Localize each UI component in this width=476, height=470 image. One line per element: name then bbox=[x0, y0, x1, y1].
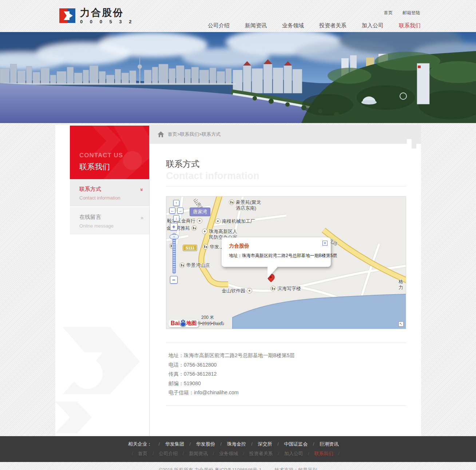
footer-nav: / 首页 / 公司介绍 / 新闻资讯 / 业务领域 / 投资者关系 / 加入公司… bbox=[55, 450, 421, 457]
map-zoom-out-button[interactable]: − bbox=[170, 276, 178, 284]
top-links: 首页 邮箱登陆 bbox=[375, 10, 420, 16]
map-pan-left-button[interactable]: ← bbox=[169, 208, 175, 214]
sidebar-menu: 联系方式 Contact information » 在线留言 Online m… bbox=[70, 179, 149, 235]
footer-nav-business[interactable]: 业务领域 bbox=[219, 451, 238, 456]
top-link-mail-login[interactable]: 邮箱登陆 bbox=[402, 10, 420, 15]
stock-code: 0 0 0 5 3 2 bbox=[80, 19, 134, 24]
map-poi-label: 格力 bbox=[398, 279, 406, 291]
related-link-szse[interactable]: 深交所 bbox=[258, 441, 272, 447]
separator: / bbox=[159, 441, 160, 447]
footer-related-links: 相关企业： / 华发集团 / 华发股份 / 珠海金控 / 深交所 / 中国证监会… bbox=[55, 441, 421, 447]
close-icon[interactable]: ✕ bbox=[322, 241, 328, 246]
separator: / bbox=[308, 451, 309, 456]
building-icon bbox=[203, 244, 208, 249]
related-companies-label: 相关企业： bbox=[128, 441, 152, 447]
separator: / bbox=[220, 441, 222, 447]
footer-nav-investor-relations[interactable]: 投资者关系 bbox=[249, 451, 273, 456]
nav-news[interactable]: 新闻资讯 bbox=[237, 21, 274, 31]
tech-support-text: 技术支持：牧星策划 bbox=[275, 467, 317, 470]
separator: / bbox=[152, 451, 154, 456]
company-name: 力合股份 bbox=[80, 7, 134, 18]
map-pan-right-button[interactable]: → bbox=[177, 208, 183, 214]
nav-join-us[interactable]: 加入公司 bbox=[354, 21, 391, 31]
related-link-huafa-group[interactable]: 华发集团 bbox=[165, 441, 184, 447]
poi-dot-icon bbox=[197, 218, 202, 224]
page-title: 联系方式 bbox=[166, 158, 406, 170]
company-logo[interactable]: 力合股份 0 0 0 5 3 2 bbox=[59, 7, 134, 24]
map-scale-label: 200 米 bbox=[198, 315, 222, 321]
section-title-en: CONTACT US bbox=[79, 152, 146, 159]
footer-nav-home[interactable]: 首页 bbox=[138, 451, 147, 456]
sidebar-item-sublabel: Contact information bbox=[79, 195, 143, 201]
separator: / bbox=[313, 441, 314, 447]
hero-banner-image bbox=[0, 32, 476, 123]
poi-dot-icon bbox=[215, 218, 221, 224]
divider bbox=[166, 186, 406, 186]
nav-investor-relations[interactable]: 投资者关系 bbox=[312, 21, 354, 31]
breadcrumb[interactable]: 首页>联系我们>联系方式 bbox=[168, 131, 221, 138]
footer-nav-news[interactable]: 新闻资讯 bbox=[189, 451, 208, 456]
map-zoom-in-button[interactable]: + bbox=[170, 223, 178, 230]
map-poi-label: 南模机械加工厂 bbox=[215, 218, 255, 224]
footer-nav-contact-us[interactable]: 联系我们 bbox=[314, 451, 333, 456]
separator: / bbox=[243, 451, 245, 456]
map-corner-arrow-icon[interactable]: ↖ bbox=[398, 321, 404, 327]
sidebar-item-label: 在线留言 bbox=[79, 214, 143, 221]
footer-nav-company-intro[interactable]: 公司介绍 bbox=[159, 451, 178, 456]
footer: 相关企业： / 华发集团 / 华发股份 / 珠海金控 / 深交所 / 中国证监会… bbox=[0, 436, 476, 462]
related-link-zhuhai-finance[interactable]: 珠海金控 bbox=[227, 441, 246, 447]
section-title-cn: 联系我们 bbox=[79, 162, 146, 172]
map-poi-label: 金山软件园 bbox=[222, 288, 252, 294]
checker-decoration bbox=[412, 144, 416, 149]
page-subtitle-watermark: Contact information bbox=[166, 170, 406, 182]
baidu-map[interactable]: ↑ ← → ↓ + − − 山房路 豪景苑(聚龙 酒店东南) 唐家湾 毅丰五金商… bbox=[166, 196, 406, 329]
chevron-right-icon: » bbox=[140, 215, 143, 221]
separator: / bbox=[183, 451, 184, 456]
baidu-logo-suffix: 地图 bbox=[186, 320, 197, 327]
chevron-down-icon: » bbox=[139, 188, 145, 191]
checker-decoration bbox=[407, 139, 412, 144]
site-header: 力合股份 0 0 0 5 3 2 首页 邮箱登陆 公司介绍 新闻资讯 业务领域 … bbox=[0, 0, 476, 32]
top-link-home[interactable]: 首页 bbox=[384, 10, 393, 15]
poi-dot-icon bbox=[202, 229, 207, 234]
separator: / bbox=[213, 451, 214, 456]
map-town-badge: 唐家湾 bbox=[190, 208, 210, 216]
related-link-cninfo[interactable]: 巨潮资讯 bbox=[320, 441, 338, 447]
map-info-popup: 力合股份 地址：珠海市高新区前湾二路2号总部基地一期B楼第5层 ✕ bbox=[222, 237, 331, 267]
sidebar-item-contact-information[interactable]: 联系方式 Contact information » bbox=[70, 179, 149, 207]
main-content: 首页>联系我们>联系方式 联系方式 Contact information bbox=[149, 125, 421, 436]
map-pan-up-button[interactable]: ↑ bbox=[173, 200, 179, 206]
separator: / bbox=[251, 441, 253, 447]
map-zoom-slider-handle[interactable]: − bbox=[170, 234, 179, 239]
baidu-logo-text: Bai bbox=[171, 320, 180, 327]
nav-contact-us[interactable]: 联系我们 bbox=[391, 21, 428, 31]
building-icon bbox=[191, 225, 197, 231]
map-poi-label: 豪景苑(聚龙 酒店东南) bbox=[229, 200, 261, 211]
map-attribution: © 2015 Baidu bbox=[198, 321, 224, 326]
copyright-text: ©2015 版权所有 力合股份 粤ICP备11086846号-1 bbox=[159, 467, 261, 470]
home-icon[interactable] bbox=[158, 131, 164, 137]
map-pan-down-button[interactable]: ↓ bbox=[173, 215, 179, 221]
main-container: CONTACT US 联系我们 联系方式 Contact information… bbox=[55, 125, 421, 436]
contact-zipcode: 邮编：519080 bbox=[168, 379, 406, 388]
building-icon bbox=[270, 286, 276, 291]
sidebar-item-online-message[interactable]: 在线留言 Online message » bbox=[70, 207, 149, 235]
sidebar-section-header: CONTACT US 联系我们 bbox=[70, 126, 149, 179]
sidebar-logo-watermark bbox=[55, 316, 149, 436]
copyright-bar: ©2015 版权所有 力合股份 粤ICP备11086846号-1 技术支持：牧星… bbox=[0, 462, 476, 470]
baidu-logo[interactable]: Bai 地图 bbox=[168, 320, 199, 327]
separator: / bbox=[190, 441, 191, 447]
separator: / bbox=[277, 441, 279, 447]
related-link-csrc[interactable]: 中国证监会 bbox=[284, 441, 308, 447]
separator: / bbox=[132, 451, 133, 456]
building-icon bbox=[179, 262, 185, 268]
contact-email: 电子信箱：info@chinalihe.com bbox=[168, 388, 406, 398]
related-link-huafa-shares[interactable]: 华发股份 bbox=[196, 441, 215, 447]
logo-mark-icon bbox=[59, 7, 76, 24]
nav-company-intro[interactable]: 公司介绍 bbox=[200, 21, 237, 31]
poi-dot-icon bbox=[247, 288, 252, 293]
contact-details: 地址：珠海市高新区前湾二路2号总部基地一期B楼第5层 电话：0756-36128… bbox=[168, 351, 406, 398]
nav-business[interactable]: 业务领域 bbox=[274, 21, 312, 31]
contact-phone: 电话：0756-3612800 bbox=[168, 360, 406, 370]
footer-nav-join-us[interactable]: 加入公司 bbox=[284, 451, 303, 456]
